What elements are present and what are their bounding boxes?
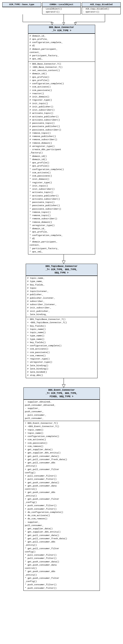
dds-base-connector-title: DDS_Base_Connector_T< CCM_TYPE >: [28, 25, 95, 34]
middle-arrow-area: [2, 254, 121, 264]
svg-marker-5: [63, 22, 65, 25]
svg-marker-11: [62, 261, 65, 264]
corba-local-object-box: CORBA::LocalObject - LocalObject()- oper…: [42, 2, 81, 14]
dds-topic-base-connector-box: DDS_TopicBase_Connector_T< CCM_TYPE, DDS…: [26, 264, 97, 378]
ace-copy-disabled-section: - ACE_Copy_Disabled()- operator=(): [82, 7, 120, 14]
dds-event-connector-attributes: - supplier_obtained_ push_consumer_obtai…: [24, 400, 100, 421]
ace-copy-disabled-title: ACE_Copy_Disabled: [82, 2, 120, 7]
dds-base-connector-attributes: # domain_id_ # qos_profile_ # configurat…: [28, 34, 95, 62]
ccm-type-base-type-title: CCM_TYPE::base_type: [3, 2, 41, 7]
dds-event-connector-methods: + DDS_Event_Connector_T() + ~DDS_Event_C…: [24, 421, 100, 590]
svg-marker-9: [74, 22, 76, 25]
bottom-arrow-svg: [2, 378, 123, 388]
svg-marker-3: [51, 22, 53, 25]
top-arrows-svg: [2, 14, 123, 25]
corba-local-object-section: - LocalObject()- operator=(): [42, 7, 81, 14]
bottom-arrow-area: [2, 378, 121, 388]
dds-base-connector-box: DDS_Base_Connector_T< CCM_TYPE > # domai…: [28, 25, 95, 255]
dds-topic-base-connector-methods: + DDS_TopicBase_Connector_T() + ~DDS_Top…: [26, 317, 97, 378]
ace-copy-disabled-box: ACE_Copy_Disabled - ACE_Copy_Disabled()-…: [82, 2, 121, 14]
top-boxes-row: CCM_TYPE::base_type CORBA::LocalObject -…: [2, 2, 121, 14]
top-arrows-area: [2, 14, 121, 25]
corba-local-object-title: CORBA::LocalObject: [42, 2, 81, 7]
dds-topic-base-connector-title: DDS_TopicBase_Connector_T< CCM_TYPE, DDS…: [26, 264, 97, 276]
dds-topic-base-connector-attributes: # topic_name_ # type_name_ # key_fields_…: [26, 276, 97, 317]
dds-base-connector-methods: + DDS_Base_Connector_T() + ~DDS_Base_Con…: [28, 62, 95, 254]
dds-event-connector-title: DDS_Event_Connector_T< CCM_TYPE, DDS_TYP…: [24, 388, 100, 400]
middle-arrow-svg: [2, 254, 123, 264]
dds-event-connector-box: DDS_Event_Connector_T< CCM_TYPE, DDS_TYP…: [23, 388, 100, 591]
ccm-type-base-type-box: CCM_TYPE::base_type: [2, 2, 41, 7]
svg-marker-13: [62, 384, 65, 388]
diagram-container: CCM_TYPE::base_type CORBA::LocalObject -…: [0, 0, 123, 593]
